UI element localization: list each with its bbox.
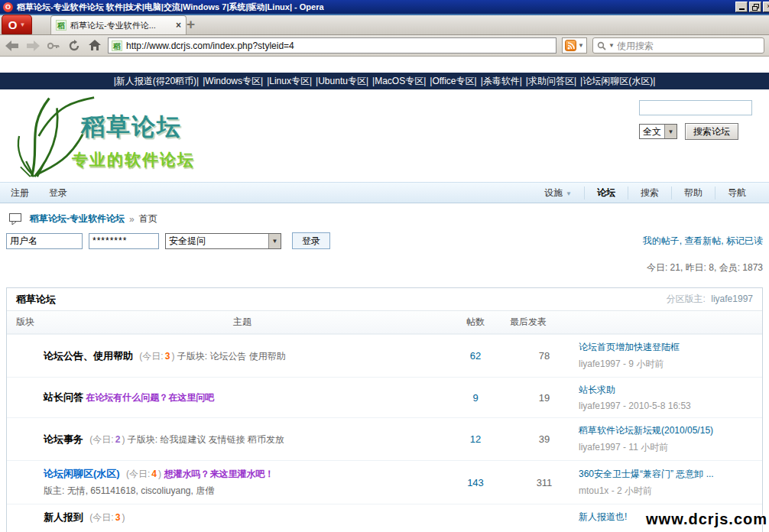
nav-link-linux[interactable]: |Linux专区| [267,75,312,88]
board-link[interactable]: 站长问答 [44,391,83,403]
last-post-meta[interactable]: liyafe1997 - 11 小时前 [579,441,756,454]
url-text: http://www.dcrjs.com/index.php?styleid=4 [126,41,294,51]
view-new-posts-link[interactable]: 查看新帖 [684,235,721,246]
today-label: (今日: [139,351,163,362]
security-question-value: 安全提问 [166,235,268,248]
login-link[interactable]: 登录 [49,187,67,200]
wand-button[interactable] [46,38,61,54]
opera-icon: O [3,2,13,12]
reload-icon [68,40,80,52]
board-link[interactable]: 论坛事务 [44,433,83,445]
last-post-link[interactable]: 站长求助 [579,384,756,397]
back-button[interactable] [5,38,20,54]
nav-link-windows[interactable]: |Windows专区| [203,75,263,88]
restore-button[interactable] [749,2,761,12]
last-post-link[interactable]: 360安全卫士爆“兼容门” 恶意卸 ... [579,468,756,481]
column-lastpost: 最后发表 [510,316,579,329]
forward-button[interactable] [25,38,41,54]
last-post-meta[interactable]: liyafe1997 - 2010-5-8 16:53 [579,401,756,411]
toolbar-search-input[interactable] [617,41,760,51]
today-label-close: ) [122,512,125,523]
last-post-link[interactable]: 稻草软件论坛新坛规(2010/05/15) [579,424,756,437]
address-bar[interactable]: 稻 http://www.dcrjs.com/index.php?styleid… [108,37,556,54]
rss-dropdown-icon[interactable]: ▼ [578,42,584,49]
site-navbar: |新人报道(得20稻币)| |Windows专区| |Linux专区| |Ubu… [0,73,769,89]
tab-title: 稻草论坛-专业软件论... [70,20,172,31]
new-tab-button[interactable]: + [187,17,195,32]
tab-close-icon[interactable]: × [176,20,181,31]
search-scope-select[interactable]: 全文 ▼ [639,124,677,139]
password-field[interactable] [89,233,159,249]
search-forum-button[interactable]: 搜索论坛 [685,123,738,140]
nav-link-antivirus[interactable]: |杀毒软件| [481,75,522,88]
toolbar-search[interactable]: ▼ [592,37,764,54]
subboards[interactable]: 子版块: 论坛公告 使用帮助 [177,351,286,362]
nav-link-macos[interactable]: |MacOS专区| [372,75,426,88]
window-title: 稻草论坛-专业软件论坛 软件|技术|电脑|交流|Windows 7|系统|驱动|… [17,2,324,13]
column-header-row: 版块 主题 帖数 最后发表 [7,311,762,334]
minimize-button[interactable] [735,2,748,12]
menu-forum[interactable]: 论坛 [584,187,628,200]
chevron-down-icon: ▼ [268,234,281,248]
table-row: 站长问答 在论坛有什么问题？在这里问吧 9 19 站长求助 liyafe1997… [7,377,762,417]
security-question-select[interactable]: 安全提问 ▼ [165,233,281,249]
browser-window: O 稻草论坛-专业软件论坛 软件|技术|电脑|交流|Windows 7|系统|驱… [0,0,769,532]
board-link[interactable]: 新人报到 [44,511,83,523]
today-label: (今日: [89,512,113,523]
header-search-input[interactable] [639,100,752,115]
logo-subtitle: 专业的软件论坛 [72,149,195,170]
login-button[interactable]: 登录 [292,232,330,249]
moderator-link[interactable]: liyafe1997 [711,294,753,304]
last-post-meta[interactable]: mtou1x - 2 小时前 [579,485,756,498]
nav-link-help[interactable]: |求助问答区| [526,75,576,88]
quick-links-sep: , [721,235,726,246]
board-link[interactable]: 论坛闲聊区(水区) [44,468,120,479]
forum-stats: 今日: 21, 昨日: 8, 会员: 1873 [6,261,763,274]
home-button[interactable] [87,38,102,54]
menu-nav[interactable]: 导航 [715,187,758,200]
last-post-link[interactable]: 论坛首页增加快速登陆框 [579,341,756,354]
menu-facilities[interactable]: 设施▼ [532,187,584,200]
menu-help[interactable]: 帮助 [671,187,715,200]
nav-link-chat[interactable]: |论坛闲聊区(水区)| [580,75,655,88]
nav-link-ubuntu[interactable]: |Ubuntu专区| [316,75,368,88]
breadcrumb-separator: » [129,214,135,225]
today-label-close: ) [158,469,161,479]
post-count: 311 [510,477,579,488]
nav-link-office[interactable]: |Office专区| [430,75,476,88]
nav-link-newbie[interactable]: |新人报道(得20稻币)| [114,75,200,88]
register-link[interactable]: 注册 [11,187,29,200]
browser-toolbar: 稻 http://www.dcrjs.com/index.php?styleid… [0,35,769,57]
opera-menu-button[interactable]: O▼ [2,15,32,34]
post-count: 1023 [510,511,579,532]
key-icon [47,42,60,50]
breadcrumb-current: 首页 [139,212,157,225]
today-count: 4 [151,469,157,479]
chevron-down-icon: ▼ [664,125,677,138]
last-post-meta[interactable]: liyafe1997 - 9 小时前 [579,358,756,371]
subboards[interactable]: 子版块: 给我提建议 友情链接 稻币发放 [128,434,284,445]
site-logo[interactable]: 稻草论坛 专业的软件论坛 [11,91,240,181]
tab-bar: O▼ 稻 稻草论坛-专业软件论... × + [0,14,769,35]
reload-button[interactable] [67,38,82,54]
close-button[interactable]: × [763,2,769,12]
menu-search[interactable]: 搜索 [628,187,671,200]
tab-favicon-icon: 稻 [56,20,67,31]
board-moderators[interactable]: 版主: 无情, 651141618, ciscoliuyang, 唐僧 [44,485,433,498]
breadcrumb: 稻草论坛-专业软件论坛 » 首页 [6,212,763,225]
restore-icon [752,4,759,11]
username-field[interactable] [6,233,83,249]
tab-active[interactable]: 稻 稻草论坛-专业软件论... × [50,15,187,34]
breadcrumb-site-link[interactable]: 稻草论坛-专业软件论坛 [30,212,125,225]
mark-read-link[interactable]: 标记已读 [726,235,763,246]
moderator-label: 分区版主: [667,294,706,304]
my-posts-link[interactable]: 我的帖子 [643,235,680,246]
today-label: (今日: [126,469,150,479]
board-link[interactable]: 论坛公告、使用帮助 [44,350,133,362]
back-icon [5,41,19,51]
search-scope-value: 全文 [640,125,664,138]
page-viewport: |新人报道(得20稻币)| |Windows专区| |Linux专区| |Ubu… [0,57,769,532]
search-dropdown-icon[interactable]: ▼ [608,42,615,49]
rss-button[interactable]: ▼ [562,37,587,54]
board-description: 在论坛有什么问题？在这里问吧 [86,392,214,403]
